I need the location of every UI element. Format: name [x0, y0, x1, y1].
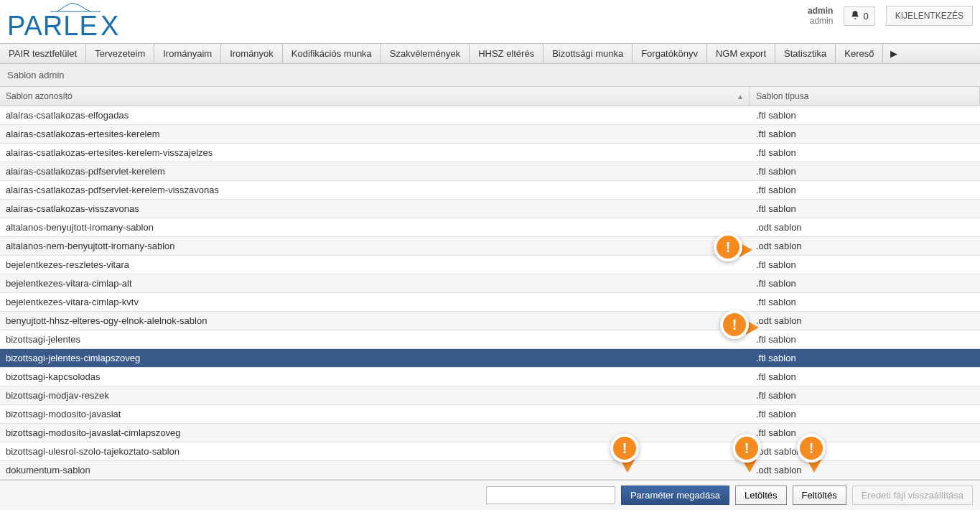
menu-item-5[interactable]: Szakvélemények [381, 44, 470, 63]
footer-toolbar: Paraméter megadása Letöltés Feltöltés Er… [0, 480, 980, 510]
restore-button[interactable]: Eredeti fájl visszaállítása [852, 486, 973, 505]
cell-id: bizottsagi-modosito-javaslat-cimlapszove… [0, 424, 750, 442]
table-row[interactable]: bizottsagi-ulesrol-szolo-tajekoztato-sab… [0, 442, 980, 461]
cell-id: bizottsagi-kapcsolodas [0, 368, 750, 386]
cell-id: bizottsagi-ulesrol-szolo-tajekoztato-sab… [0, 442, 750, 460]
cell-id: bejelentkezes-vitara-cimlap-alt [0, 274, 750, 292]
table-row[interactable]: benyujtott-hhsz-elteres-ogy-elnok-alelno… [0, 312, 980, 330]
logo: PARLE X [7, 0, 151, 45]
menu-item-3[interactable]: Irományok [221, 44, 283, 63]
cell-type: .odt sablon [750, 312, 980, 330]
menu-item-8[interactable]: Forgatókönyv [633, 44, 707, 63]
table-row[interactable]: alairas-csatlakozas-visszavonas.ftl sabl… [0, 200, 980, 218]
sort-asc-icon: ▲ [737, 93, 744, 101]
cell-type: .ftl sablon [750, 162, 980, 180]
cell-type: .ftl sablon [750, 200, 980, 218]
cell-type: .ftl sablon [750, 349, 980, 367]
cell-id: bizottsagi-modjav-reszek [0, 386, 750, 404]
param-button[interactable]: Paraméter megadása [621, 486, 729, 505]
table-row[interactable]: bizottsagi-jelentes.ftl sablon [0, 330, 980, 349]
cell-type: .odt sablon [750, 237, 980, 255]
menubar: PAIR tesztfelületTervezeteimIrományaimIr… [0, 43, 980, 64]
menu-item-11[interactable]: Kereső [836, 44, 883, 63]
menu-item-1[interactable]: Tervezeteim [86, 44, 154, 63]
cell-type: .ftl sablon [750, 125, 980, 143]
cell-id: bejelentkezes-reszletes-vitara [0, 256, 750, 274]
menu-item-0[interactable]: PAIR tesztfelület [0, 44, 86, 63]
user-info: admin admin [808, 6, 833, 26]
cell-type: .odt sablon [750, 218, 980, 236]
table-row[interactable]: bejelentkezes-vitara-cimlap-alt.ftl sabl… [0, 274, 980, 293]
page-title: Sablon admin [0, 64, 980, 87]
logout-button[interactable]: KIJELENTKEZÉS [886, 6, 973, 26]
cell-id: alairas-csatlakozas-pdfservlet-kerelem-v… [0, 181, 750, 199]
cell-type: .odt sablon [750, 461, 980, 479]
col-header-type[interactable]: Sablon típusa [750, 87, 980, 106]
notif-count: 0 [863, 11, 868, 22]
cell-id: benyujtott-hhsz-elteres-ogy-elnok-alelno… [0, 312, 750, 330]
table-row[interactable]: alairas-csatlakozas-ertesites-kerelem-vi… [0, 144, 980, 162]
svg-text:X: X [101, 11, 118, 41]
table-row[interactable]: alairas-csatlakozas-elfogadas.ftl sablon [0, 106, 980, 125]
cell-type: .ftl sablon [750, 256, 980, 274]
bell-icon [850, 10, 860, 22]
notifications-button[interactable]: 0 [844, 6, 874, 26]
param-input[interactable] [486, 486, 615, 504]
table-row[interactable]: bejelentkezes-vitara-cimlap-kvtv.ftl sab… [0, 293, 980, 312]
cell-id: alairas-csatlakozas-visszavonas [0, 200, 750, 218]
table-header: Sablon azonosító ▲ Sablon típusa [0, 87, 980, 106]
cell-id: alairas-csatlakozas-ertesites-kerelem [0, 125, 750, 143]
table-row[interactable]: bizottsagi-jelentes-cimlapszoveg.ftl sab… [0, 349, 980, 368]
cell-type: .ftl sablon [750, 181, 980, 199]
download-button[interactable]: Letöltés [735, 486, 787, 505]
user-name: admin [808, 6, 833, 16]
cell-type: .ftl sablon [750, 424, 980, 442]
menu-item-4[interactable]: Kodifikációs munka [283, 44, 381, 63]
table-row[interactable]: alairas-csatlakozas-ertesites-kerelem.ft… [0, 125, 980, 144]
svg-text:PARLE: PARLE [7, 11, 98, 41]
header: PARLE X admin admin 0 KIJELENTKEZÉS [0, 0, 980, 43]
menu-more-icon[interactable]: ▶ [883, 44, 905, 63]
cell-type: .ftl sablon [750, 330, 980, 348]
upload-button[interactable]: Feltöltés [793, 486, 846, 505]
menu-item-6[interactable]: HHSZ eltérés [470, 44, 543, 63]
table-row[interactable]: bizottsagi-modosito-javaslat.ftl sablon [0, 405, 980, 424]
cell-type: .ftl sablon [750, 368, 980, 386]
cell-id: dokumentum-sablon [0, 461, 750, 479]
cell-type: .ftl sablon [750, 274, 980, 292]
menu-item-10[interactable]: Statisztika [775, 44, 836, 63]
table-scroll[interactable]: Sablon azonosító ▲ Sablon típusa alairas… [0, 87, 980, 480]
cell-id: bizottsagi-jelentes [0, 330, 750, 348]
table-row[interactable]: altalanos-nem-benyujtott-iromany-sablon.… [0, 237, 980, 256]
table-row[interactable]: bizottsagi-kapcsolodas.ftl sablon [0, 368, 980, 386]
cell-type: .ftl sablon [750, 386, 980, 404]
table-body: alairas-csatlakozas-elfogadas.ftl sablon… [0, 106, 980, 480]
cell-type: .odt sablon [750, 442, 980, 460]
table-row[interactable]: bejelentkezes-reszletes-vitara.ftl sablo… [0, 256, 980, 274]
cell-id: bejelentkezes-vitara-cimlap-kvtv [0, 293, 750, 311]
cell-id: altalanos-benyujtott-iromany-sablon [0, 218, 750, 236]
cell-type: .ftl sablon [750, 293, 980, 311]
cell-id: alairas-csatlakozas-pdfservlet-kerelem [0, 162, 750, 180]
cell-id: alairas-csatlakozas-ertesites-kerelem-vi… [0, 144, 750, 162]
table-row[interactable]: bizottsagi-modosito-javaslat-cimlapszove… [0, 424, 980, 442]
user-role: admin [808, 16, 833, 26]
cell-type: .ftl sablon [750, 405, 980, 423]
menu-item-7[interactable]: Bizottsági munka [543, 44, 633, 63]
table-row[interactable]: alairas-csatlakozas-pdfservlet-kerelem-v… [0, 181, 980, 200]
table-row[interactable]: altalanos-benyujtott-iromany-sablon.odt … [0, 218, 980, 237]
col-header-id[interactable]: Sablon azonosító ▲ [0, 87, 750, 106]
cell-id: bizottsagi-jelentes-cimlapszoveg [0, 349, 750, 367]
cell-id: bizottsagi-modosito-javaslat [0, 405, 750, 423]
menu-item-2[interactable]: Irományaim [154, 44, 221, 63]
cell-type: .ftl sablon [750, 144, 980, 162]
table-row[interactable]: alairas-csatlakozas-pdfservlet-kerelem.f… [0, 162, 980, 181]
cell-id: alairas-csatlakozas-elfogadas [0, 106, 750, 124]
table-row[interactable]: dokumentum-sablon.odt sablon [0, 461, 980, 480]
menu-item-9[interactable]: NGM export [707, 44, 775, 63]
cell-type: .ftl sablon [750, 106, 980, 124]
cell-id: altalanos-nem-benyujtott-iromany-sablon [0, 237, 750, 255]
table-row[interactable]: bizottsagi-modjav-reszek.ftl sablon [0, 386, 980, 405]
